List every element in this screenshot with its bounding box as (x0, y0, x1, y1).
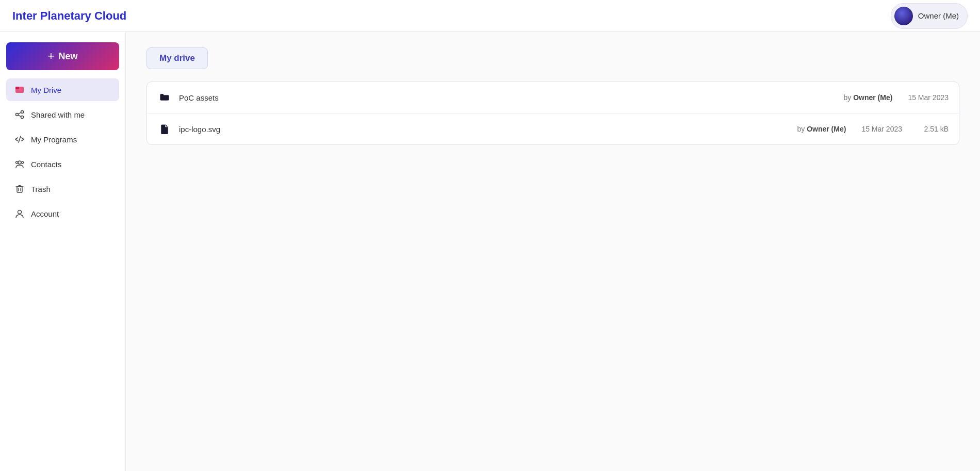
file-name: ipc-logo.svg (179, 125, 797, 134)
file-size: 2.51 kB (918, 125, 949, 133)
file-name: PoC assets (179, 93, 843, 102)
plus-icon: + (48, 50, 55, 63)
new-button-label: New (58, 51, 77, 62)
table-row[interactable]: ipc-logo.svg by Owner (Me) 15 Mar 2023 2… (147, 113, 959, 144)
file-meta: by Owner (Me) 15 Mar 2023 2.51 kB (797, 125, 949, 133)
svg-rect-1 (15, 87, 19, 89)
owner-name: Owner (Me) (853, 93, 892, 102)
svg-line-7 (19, 136, 21, 142)
sidebar-item-shared-with-me-label: Shared with me (31, 110, 85, 119)
file-date: 15 Mar 2023 (908, 93, 949, 102)
file-meta: by Owner (Me) 15 Mar 2023 (843, 93, 949, 102)
sidebar-item-shared-with-me[interactable]: Shared with me (6, 103, 119, 126)
file-date: 15 Mar 2023 (861, 125, 902, 133)
sidebar: + New My Drive Shared with me (0, 32, 126, 471)
sidebar-item-my-programs[interactable]: My Programs (6, 128, 119, 151)
sidebar-item-trash-label: Trash (31, 185, 51, 193)
owner-name: Owner (Me) (807, 125, 846, 133)
user-avatar-icon (894, 7, 913, 25)
sidebar-item-trash[interactable]: Trash (6, 177, 119, 200)
contacts-icon (14, 159, 25, 169)
svg-point-10 (16, 161, 18, 164)
app-title: Inter Planetary Cloud (12, 9, 126, 23)
svg-rect-11 (17, 187, 22, 192)
table-row[interactable]: PoC assets by Owner (Me) 15 Mar 2023 (147, 82, 959, 113)
sidebar-item-my-drive[interactable]: My Drive (6, 78, 119, 101)
svg-point-3 (16, 113, 19, 116)
svg-point-8 (18, 161, 21, 164)
file-list: PoC assets by Owner (Me) 15 Mar 2023 ipc… (146, 82, 959, 145)
trash-icon (14, 184, 25, 194)
sidebar-item-my-programs-label: My Programs (31, 135, 77, 144)
sidebar-item-contacts-label: Contacts (31, 160, 61, 169)
user-name-label: Owner (Me) (918, 11, 959, 20)
new-button[interactable]: + New (6, 42, 119, 70)
page-title[interactable]: My drive (146, 47, 208, 69)
header: Inter Planetary Cloud Owner (Me) (0, 0, 980, 32)
sidebar-item-account[interactable]: Account (6, 202, 119, 225)
main-content: My drive PoC assets by Owner (Me) 15 Mar… (126, 32, 980, 471)
owner-label: by Owner (Me) (843, 93, 892, 102)
svg-point-9 (22, 161, 24, 164)
folder-icon (157, 90, 172, 105)
file-icon (157, 122, 172, 136)
svg-point-15 (18, 210, 22, 214)
drive-icon (14, 85, 25, 95)
user-menu[interactable]: Owner (Me) (891, 3, 968, 29)
sidebar-item-my-drive-label: My Drive (31, 86, 61, 94)
svg-line-6 (18, 115, 21, 117)
account-icon (14, 208, 25, 219)
svg-point-4 (21, 116, 24, 119)
sidebar-item-account-label: Account (31, 209, 59, 218)
code-icon (14, 134, 25, 144)
owner-label: by Owner (Me) (797, 125, 846, 133)
share-icon (14, 109, 25, 120)
svg-point-2 (21, 111, 24, 113)
sidebar-item-contacts[interactable]: Contacts (6, 153, 119, 175)
svg-line-5 (18, 112, 21, 114)
page-header: My drive (146, 47, 959, 69)
